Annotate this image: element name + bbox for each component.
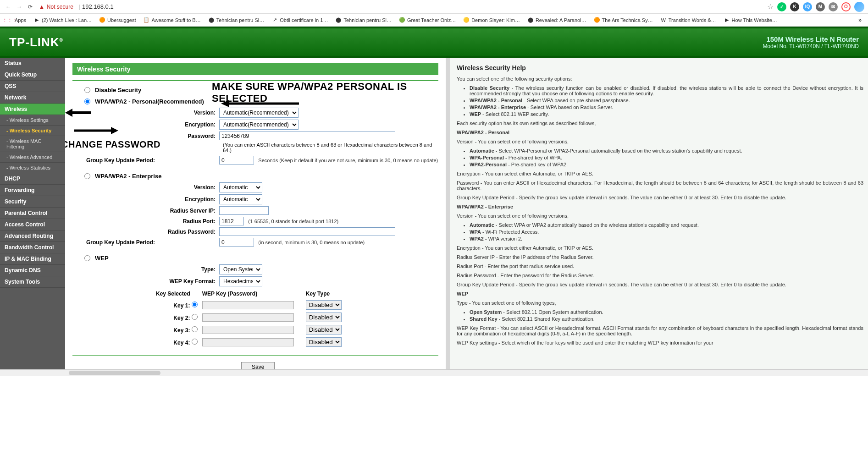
radius-port-label: Radius Port: <box>72 218 219 225</box>
extension-icon[interactable]: O <box>841 2 851 11</box>
ent-version-select[interactable]: Automatic <box>219 182 262 192</box>
radius-pass-input[interactable] <box>219 227 395 236</box>
radius-ip-input[interactable] <box>219 206 269 215</box>
sidebar-item[interactable]: Parental Control <box>0 208 65 219</box>
bookmarks-overflow[interactable]: » <box>856 17 864 23</box>
wpa-personal-radio[interactable] <box>84 99 90 104</box>
wep-key-label: Key 2: <box>156 312 201 323</box>
bookmark-item[interactable]: ⬤Tehnician pentru Si… <box>205 16 267 25</box>
wep-key-input[interactable] <box>202 338 294 346</box>
save-button[interactable]: Save <box>241 362 275 369</box>
sidebar-item[interactable]: Network <box>0 92 65 104</box>
wep-key-input[interactable] <box>202 326 294 334</box>
sidebar-item[interactable]: Security <box>0 196 65 208</box>
sidebar-item[interactable]: Wireless <box>0 104 65 115</box>
wep-key-radio[interactable] <box>192 302 198 307</box>
sidebar-item[interactable]: Advanced Routing <box>0 230 65 242</box>
bookmark-item[interactable]: WTransition Words &… <box>658 16 719 25</box>
help-list-item: Automatic - Select WPA or WPA2 automatic… <box>470 222 863 228</box>
wep-key-radio[interactable] <box>192 314 198 320</box>
encryption-select[interactable]: Automatic(Recommended) <box>219 120 299 130</box>
wep-type-select[interactable]: Open System <box>219 264 262 274</box>
help-list-item: WPA/WPA2 - Enterprise - Select WPA based… <box>470 104 863 110</box>
wep-key-type-select[interactable]: Disabled <box>306 325 342 334</box>
sidebar-item[interactable]: Quick Setup <box>0 69 65 81</box>
sidebar-item[interactable]: Status <box>0 58 65 69</box>
ent-gkup-label: Group Key Update Period: <box>72 239 159 246</box>
password-help: (You can enter ASCII characters between … <box>223 142 438 153</box>
bookmark-item[interactable]: ⬤Tehnician pentru Si… <box>332 16 394 25</box>
bookmark-item[interactable]: 🟠Ubersuggest <box>96 16 138 25</box>
sidebar-item[interactable]: System Tools <box>0 276 65 288</box>
extension-icon[interactable]: ✓ <box>777 2 786 11</box>
sidebar-item[interactable]: - Wireless Advanced <box>0 152 65 163</box>
bookmark-item[interactable]: ⬤Revealed: A Paranoi… <box>525 16 589 25</box>
sidebar-item[interactable]: - Wireless MAC Filtering <box>0 136 65 152</box>
wep-col-type: Key Type <box>306 289 353 298</box>
extension-icon[interactable]: ✉ <box>829 2 838 11</box>
bookmark-item[interactable]: ⋮⋮⋮Apps <box>4 16 29 25</box>
sidebar-item[interactable]: Access Control <box>0 219 65 230</box>
bookmark-item[interactable]: 📋Awesome Stuff to B… <box>140 16 203 25</box>
disable-security-radio[interactable] <box>84 87 90 93</box>
wep-radio[interactable] <box>84 255 90 261</box>
extension-icon[interactable]: IQ <box>803 2 812 11</box>
back-button[interactable]: ← <box>4 2 13 11</box>
wep-key-input[interactable] <box>202 301 294 309</box>
url-text[interactable]: 192.168.0.1 <box>82 3 114 10</box>
sidebar-item[interactable]: - Wireless Settings <box>0 115 65 126</box>
gkup-help: Seconds (Keep it default if you are not … <box>258 158 438 163</box>
bookmark-item[interactable]: ▶How This Website… <box>721 16 780 25</box>
help-list-item: WPA2-Personal - Pre-shared key of WPA2. <box>470 162 863 167</box>
wep-key-type-select[interactable]: Disabled <box>306 300 342 310</box>
ent-gkup-input[interactable] <box>219 238 254 247</box>
bookmark-item[interactable]: 🟡Demon Slayer: Kim… <box>460 16 523 25</box>
bookmark-star-icon[interactable]: ☆ <box>767 2 774 11</box>
forward-button[interactable]: → <box>15 2 24 11</box>
wep-key-type-select[interactable]: Disabled <box>306 337 342 347</box>
sidebar-item[interactable]: - Wireless Statistics <box>0 163 65 173</box>
wpa-enterprise-radio[interactable] <box>84 173 90 179</box>
wep-key-label: Key 3: <box>156 324 201 335</box>
radius-port-input[interactable] <box>219 217 244 225</box>
bookmark-label: Tehnician pentru Si… <box>343 17 392 23</box>
help-line: Group Key Update Period - Specify the gr… <box>457 195 863 200</box>
wep-format-select[interactable]: Hexadecimal <box>219 276 262 286</box>
gkup-input[interactable] <box>219 156 254 164</box>
help-list-item: WPA-Personal - Pre-shared key of WPA. <box>470 155 863 160</box>
wep-format-label: WEP Key Format: <box>72 278 219 285</box>
profile-avatar[interactable] <box>854 2 864 12</box>
sidebar-item[interactable]: QSS <box>0 81 65 92</box>
bookmark-favicon-icon: ⬤ <box>335 17 342 23</box>
bookmark-favicon-icon: ⬤ <box>208 17 215 23</box>
pane-divider[interactable] <box>446 58 450 369</box>
bookmark-item[interactable]: 🟢Great Teacher Oniz… <box>396 16 459 25</box>
bookmark-favicon-icon: ⬤ <box>527 17 534 23</box>
bookmark-label: Transition Words &… <box>669 17 716 23</box>
reload-button[interactable]: ⟳ <box>26 2 35 11</box>
sidebar-item[interactable]: - Wireless Security <box>0 126 65 136</box>
bookmark-item[interactable]: 🟠The Ars Technica Sy… <box>591 16 656 25</box>
bookmark-item[interactable]: ↗Obtii certificare in 1… <box>269 16 331 25</box>
wep-key-radio[interactable] <box>192 326 198 332</box>
wep-key-type-select[interactable]: Disabled <box>306 312 342 322</box>
security-indicator[interactable]: ▲ Not secure <box>39 3 73 11</box>
sidebar-item[interactable]: Forwarding <box>0 185 65 196</box>
version-select[interactable]: Automatic(Recommended) <box>219 108 299 118</box>
sidebar-item[interactable]: IP & MAC Binding <box>0 253 65 265</box>
sidebar-item[interactable]: Bandwidth Control <box>0 242 65 253</box>
wep-key-radio[interactable] <box>192 339 198 345</box>
password-input[interactable] <box>219 132 395 140</box>
wep-label: WEP <box>95 255 109 262</box>
horizontal-scrollbar[interactable] <box>0 369 868 376</box>
wep-key-input[interactable] <box>202 313 294 322</box>
extension-icon[interactable]: M <box>816 2 825 11</box>
help-list-item: WPA/WPA2 - Personal - Select WPA based o… <box>470 98 863 103</box>
ent-encryption-select[interactable]: Automatic <box>219 194 262 204</box>
sidebar-item[interactable]: Dynamic DNS <box>0 265 65 276</box>
help-line: Password - You can enter ASCII or Hexade… <box>457 180 863 191</box>
bookmark-item[interactable]: ▶(2) Watch Live : Lan… <box>31 16 94 25</box>
help-line: WEP Key settings - Select which of the f… <box>457 340 863 345</box>
sidebar-item[interactable]: DHCP <box>0 173 65 185</box>
extension-icon[interactable]: K <box>790 2 799 11</box>
